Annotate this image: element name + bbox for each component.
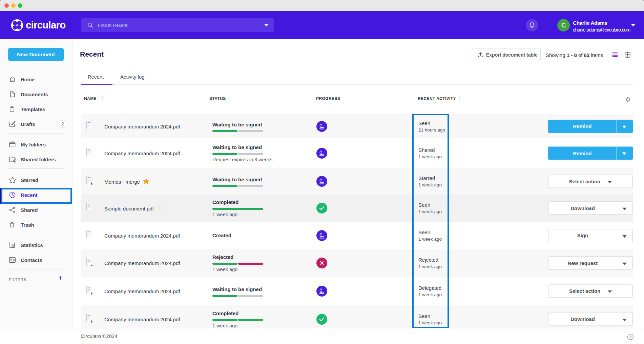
svg-text:?: ? bbox=[629, 335, 632, 339]
